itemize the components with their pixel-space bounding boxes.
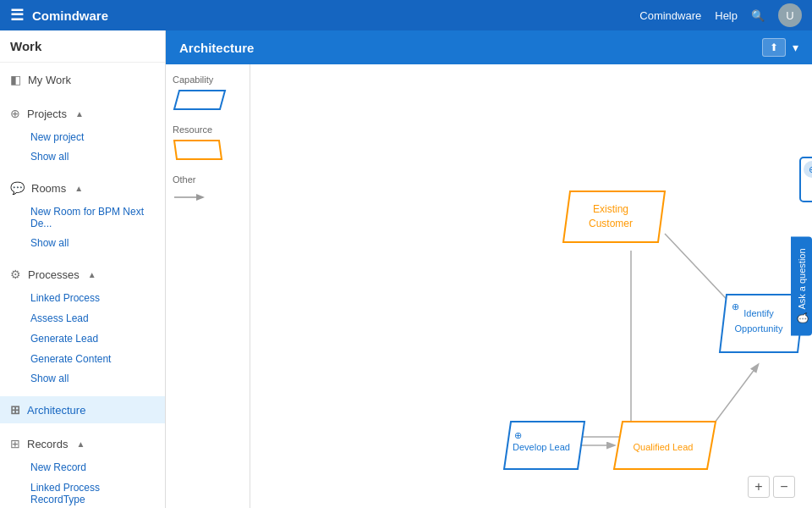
avatar-initials: U (786, 9, 793, 22)
content-header: Architecture ⬆ ▾ (166, 30, 812, 64)
node-develop-lead[interactable]: Develop Lead ⊕ (504, 422, 584, 469)
legend-resource: Resource (173, 124, 243, 163)
diagram-svg-wrapper[interactable]: Existing Customer Request for Proposal ⊕ (250, 64, 812, 508)
ask-question-container: 💬 Ask a question (791, 236, 812, 335)
records-icon: ⊞ (10, 437, 20, 450)
topbar: ☰ Comindware Comindware Help 🔍 U (0, 0, 812, 30)
header-actions: ⬆ ▾ (762, 38, 798, 57)
architecture-label: Architecture (27, 404, 85, 417)
sidebar-section-rooms: 💬 Rooms ▲ New Room for BPM Next De... Sh… (0, 171, 165, 257)
hamburger-icon[interactable]: ☰ (10, 6, 24, 25)
sidebar-item-rooms[interactable]: 💬 Rooms ▲ (0, 174, 165, 202)
sidebar-item-generate-lead[interactable]: Generate Lead (0, 329, 165, 349)
sidebar-item-architecture[interactable]: ⊞ Architecture (0, 396, 165, 423)
help-link[interactable]: Help (715, 9, 738, 22)
search-icon[interactable]: 🔍 (751, 9, 765, 22)
sidebar-item-new-project[interactable]: New project (0, 127, 165, 147)
main-layout: Work ◧ My Work ⊕ Projects ▲ New project … (0, 30, 812, 508)
svg-text:Qualified Lead: Qualified Lead (634, 442, 694, 452)
legend-other-shape (173, 189, 206, 206)
legend-panel: Capability Resource Other (166, 64, 250, 508)
processes-icon: ⚙ (10, 268, 21, 281)
sidebar-item-mywork[interactable]: ◧ My Work (0, 66, 165, 93)
sidebar-show-all-rooms[interactable]: Show all (0, 234, 165, 254)
legend-capability: Capability (173, 75, 243, 113)
node-qualified-lead[interactable]: Qualified Lead (614, 422, 716, 469)
topbar-left: ☰ Comindware (10, 6, 108, 25)
rooms-arrow: ▲ (74, 184, 83, 193)
svg-text:Existing: Existing (593, 203, 628, 215)
sidebar: Work ◧ My Work ⊕ Projects ▲ New project … (0, 30, 166, 508)
sidebar-item-generate-content[interactable]: Generate Content (0, 349, 165, 369)
mywork-icon: ◧ (10, 73, 21, 86)
svg-text:⊕: ⊕ (732, 301, 739, 312)
avatar[interactable]: U (778, 3, 802, 27)
ask-question-label: Ask a question (797, 248, 807, 309)
rooms-icon: 💬 (10, 181, 25, 195)
zoom-in-button[interactable]: + (748, 476, 770, 498)
rooms-label: Rooms (31, 182, 66, 195)
sidebar-section-architecture: ⊞ Architecture (0, 393, 165, 427)
records-arrow: ▲ (76, 439, 85, 449)
sidebar-item-new-room[interactable]: New Room for BPM Next De... (0, 202, 165, 234)
sidebar-item-projects[interactable]: ⊕ Projects ▲ (0, 100, 165, 127)
sidebar-item-assess-lead[interactable]: Assess Lead (0, 308, 165, 329)
sidebar-show-all-processes[interactable]: Show all (0, 369, 165, 389)
sidebar-section-processes: ⚙ Processes ▲ Linked Process Assess Lead… (0, 257, 165, 393)
header-dropdown-icon[interactable]: ▾ (793, 41, 798, 54)
processes-arrow: ▲ (88, 270, 96, 279)
page-title: Architecture (179, 41, 254, 55)
legend-resource-label: Resource (173, 124, 243, 135)
sidebar-show-all-projects[interactable]: Show all (0, 147, 165, 168)
diagram-container: Capability Resource Other (166, 64, 812, 508)
brand-name: Comindware (639, 9, 701, 22)
svg-text:Identify: Identify (743, 308, 774, 318)
topbar-right: Comindware Help 🔍 U (639, 3, 802, 27)
legend-other: Other (173, 174, 243, 207)
svg-marker-0 (174, 91, 225, 109)
svg-text:Opportunity: Opportunity (735, 323, 783, 334)
architecture-icon: ⊞ (10, 403, 20, 417)
zoom-controls: + − (748, 476, 795, 498)
ask-question-button[interactable]: 💬 Ask a question (791, 236, 812, 335)
svg-text:⊕: ⊕ (809, 164, 813, 174)
legend-capability-shape (173, 89, 227, 111)
projects-label: Projects (27, 108, 67, 120)
projects-arrow: ▲ (75, 109, 84, 119)
app-name: Comindware (32, 8, 108, 23)
sidebar-item-linked-process-recordtype[interactable]: Linked Process RecordType (0, 478, 165, 508)
sidebar-section-projects: ⊕ Projects ▲ New project Show all (0, 97, 165, 171)
architecture-diagram: Existing Customer Request for Proposal ⊕ (250, 64, 812, 508)
sidebar-section-mywork: ◧ My Work (0, 63, 165, 97)
zoom-out-button[interactable]: − (773, 476, 795, 498)
projects-icon: ⊕ (10, 107, 20, 120)
mywork-label: My Work (28, 74, 71, 86)
sidebar-work-header: Work (0, 30, 165, 63)
processes-label: Processes (28, 268, 80, 281)
sidebar-item-processes[interactable]: ⚙ Processes ▲ (0, 261, 165, 288)
legend-other-label: Other (173, 174, 243, 185)
sidebar-item-linked-process[interactable]: Linked Process (0, 288, 165, 308)
node-existing-customer[interactable]: Existing Customer (563, 191, 665, 242)
sidebar-item-records[interactable]: ⊞ Records ▲ (0, 430, 165, 457)
svg-text:Customer: Customer (589, 218, 633, 229)
records-label: Records (27, 438, 68, 450)
svg-marker-3 (196, 194, 205, 201)
legend-resource-shape (173, 139, 223, 161)
ask-question-icon: 💬 (796, 313, 807, 324)
content-area: Architecture ⬆ ▾ Capability Resource (166, 30, 812, 508)
svg-marker-1 (174, 141, 222, 159)
svg-marker-13 (563, 191, 665, 242)
svg-text:Develop Lead: Develop Lead (513, 442, 570, 452)
svg-text:⊕: ⊕ (514, 430, 522, 440)
sidebar-section-records: ⊞ Records ▲ New Record Linked Process Re… (0, 427, 165, 508)
share-icon: ⬆ (770, 41, 778, 53)
share-button[interactable]: ⬆ (762, 38, 786, 57)
node-request-for-proposal[interactable]: Request for Proposal ⊕ (800, 157, 812, 202)
legend-capability-label: Capability (173, 75, 243, 85)
sidebar-item-new-record[interactable]: New Record (0, 457, 165, 478)
